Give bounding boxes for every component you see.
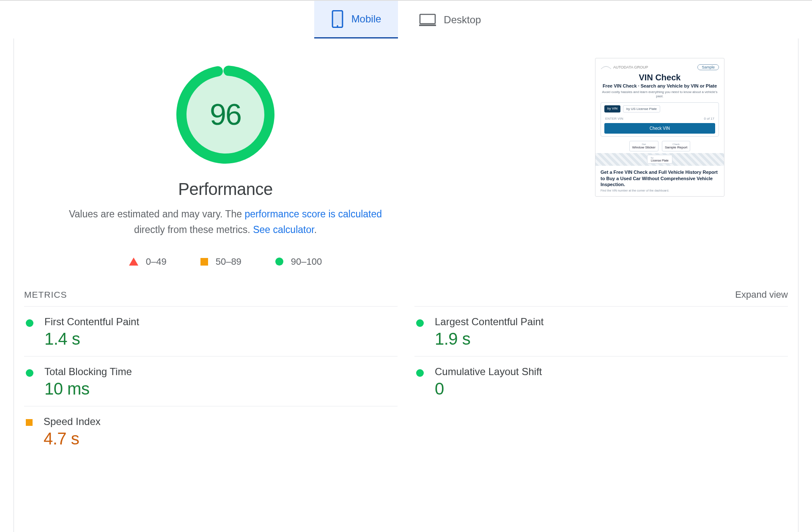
performance-gauge: 96: [175, 64, 276, 165]
preview-input-counter: 0 of 17: [704, 117, 714, 121]
circle-icon: [416, 369, 424, 377]
metric-name: Total Blocking Time: [44, 366, 132, 378]
link-see-calculator[interactable]: See calculator: [253, 224, 314, 235]
performance-description: Values are estimated and may vary. The p…: [60, 206, 390, 238]
metric-name: Largest Contentful Paint: [435, 316, 544, 328]
legend-average: 50–89: [200, 256, 241, 267]
preview-heading: VIN Check: [601, 73, 719, 82]
metrics-heading: METRICS: [24, 290, 67, 300]
metric-row[interactable]: First Contentful Paint1.4 s: [24, 306, 398, 356]
preview-logo: AUTODATA GROUP: [601, 65, 648, 69]
legend-good: 90–100: [275, 256, 322, 267]
metric-value: 0: [435, 379, 542, 398]
svg-rect-3: [420, 14, 435, 24]
circle-icon: [26, 369, 33, 377]
metric-value: 10 ms: [44, 379, 132, 398]
metric-row[interactable]: Speed Index4.7 s: [24, 406, 398, 456]
legend-poor: 0–49: [129, 256, 167, 267]
preview-tab-plate: by US License Plate: [623, 105, 660, 112]
metrics-grid: First Contentful Paint1.4 sLargest Conte…: [24, 306, 788, 456]
desktop-icon: [419, 14, 436, 26]
svg-rect-1: [334, 12, 341, 25]
circle-icon: [416, 319, 424, 327]
device-tabs: Mobile Desktop: [0, 1, 812, 38]
score-legend: 0–49 50–89 90–100: [129, 256, 322, 267]
tab-mobile[interactable]: Mobile: [314, 1, 398, 38]
square-icon: [26, 419, 33, 426]
preview-fineprint: Find the VIN number at the corner of the…: [601, 189, 719, 192]
tab-mobile-label: Mobile: [351, 13, 381, 25]
preview-paragraph: Get a Free VIN Check and Full Vehicle Hi…: [601, 169, 719, 188]
svg-point-2: [337, 25, 338, 27]
metric-name: First Contentful Paint: [44, 316, 139, 328]
metric-value: 1.4 s: [44, 329, 139, 348]
square-icon: [200, 258, 208, 266]
expand-view-button[interactable]: Expand view: [735, 289, 788, 300]
metric-row[interactable]: Total Blocking Time10 ms: [24, 356, 398, 406]
circle-icon: [26, 319, 33, 327]
metric-row[interactable]: Largest Contentful Paint1.9 s: [414, 306, 788, 356]
preview-mini-window-sticker: GetWindow Sticker: [629, 141, 658, 151]
svg-rect-4: [419, 25, 436, 26]
preview-input-placeholder: ENTER VIN: [605, 117, 623, 121]
preview-badge: Sample: [697, 64, 719, 70]
link-score-calculated[interactable]: performance score is calculated: [244, 208, 382, 219]
metric-value: 1.9 s: [435, 329, 544, 348]
performance-title: Performance: [178, 180, 272, 199]
preview-license-plate: byLicense Plate: [647, 155, 672, 164]
tab-desktop[interactable]: Desktop: [402, 1, 498, 38]
metric-row[interactable]: Cumulative Layout Shift0: [414, 356, 788, 406]
page-screenshot-preview: AUTODATA GROUP Sample VIN Check Free VIN…: [454, 51, 798, 197]
performance-score: 96: [175, 64, 276, 165]
triangle-icon: [129, 258, 138, 266]
metric-value: 4.7 s: [44, 429, 101, 448]
metric-name: Speed Index: [44, 416, 101, 428]
preview-tagline: Avoid costly hassles and learn everythin…: [601, 90, 719, 99]
metric-name: Cumulative Layout Shift: [435, 366, 542, 378]
preview-tab-vin: by VIN: [604, 105, 620, 112]
mobile-icon: [331, 10, 344, 28]
preview-cta: Check VIN: [604, 123, 715, 134]
preview-mini-sample-report: CheckSample Report: [662, 141, 690, 151]
circle-icon: [275, 258, 283, 266]
performance-summary: 96 Performance Values are estimated and …: [14, 51, 437, 267]
preview-subheading: Free VIN Check · Search any Vehicle by V…: [601, 83, 719, 88]
tab-desktop-label: Desktop: [444, 14, 481, 26]
